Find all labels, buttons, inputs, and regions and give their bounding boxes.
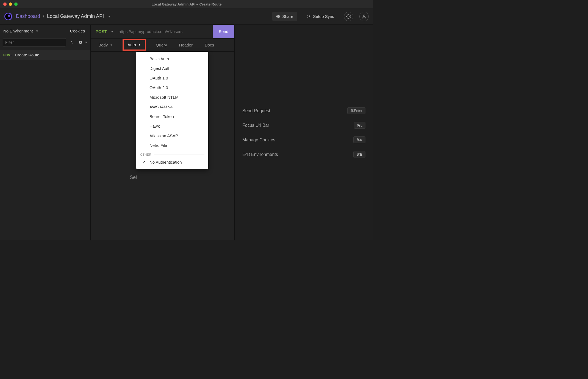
app-header: Dashboard / Local Gateway Admin API ▼ Sh… bbox=[0, 8, 373, 25]
shortcut-focus-url-key: ⌘L bbox=[354, 122, 365, 129]
auth-section-other: OTHER bbox=[136, 150, 208, 157]
auth-option-none[interactable]: No Authentication bbox=[136, 157, 208, 167]
svg-point-1 bbox=[308, 15, 308, 15]
environment-dropdown[interactable]: No Environment ▼ bbox=[3, 29, 38, 33]
account-button[interactable] bbox=[359, 12, 369, 21]
request-list-item[interactable]: POST Create Route bbox=[0, 50, 90, 60]
shortcut-env: Edit Environments ⌘E bbox=[242, 147, 365, 162]
response-pane: Send Request ⌘Enter Focus Url Bar ⌘L Man… bbox=[235, 25, 373, 240]
chevron-down-icon: ▼ bbox=[110, 43, 113, 46]
tab-docs-label: Docs bbox=[205, 43, 214, 47]
breadcrumb: Dashboard / Local Gateway Admin API ▼ bbox=[16, 13, 111, 19]
gear-icon bbox=[346, 14, 351, 19]
shortcut-send: Send Request ⌘Enter bbox=[242, 103, 365, 118]
chevron-down-icon: ▼ bbox=[111, 30, 114, 33]
send-button[interactable]: Send bbox=[213, 25, 234, 38]
chevron-down-icon: ▼ bbox=[138, 43, 141, 46]
tab-query-label: Query bbox=[156, 43, 167, 47]
auth-option-oauth2[interactable]: OAuth 2.0 bbox=[136, 83, 208, 92]
globe-icon bbox=[276, 15, 280, 18]
maximize-icon[interactable] bbox=[14, 2, 18, 6]
svg-point-3 bbox=[310, 15, 310, 16]
shortcut-send-label: Send Request bbox=[242, 108, 270, 113]
chevron-down-icon: ▼ bbox=[85, 41, 88, 44]
settings-button[interactable] bbox=[344, 12, 353, 21]
add-button[interactable]: ▼ bbox=[79, 40, 88, 44]
request-name: Create Route bbox=[15, 53, 39, 57]
tab-body[interactable]: Body ▼ bbox=[96, 40, 115, 50]
close-icon[interactable] bbox=[3, 2, 7, 6]
branch-icon bbox=[307, 15, 311, 18]
share-button[interactable]: Share bbox=[272, 12, 297, 21]
tab-docs[interactable]: Docs bbox=[203, 40, 216, 50]
svg-point-2 bbox=[308, 17, 308, 18]
app-logo-icon[interactable] bbox=[4, 13, 12, 20]
shortcut-env-key: ⌘E bbox=[353, 151, 365, 158]
url-bar: POST ▼ Send bbox=[91, 25, 234, 39]
chevron-down-icon: ▼ bbox=[36, 29, 39, 33]
window-title: Local Gateway Admin API – Create Route bbox=[0, 2, 373, 6]
tab-header[interactable]: Header bbox=[177, 40, 195, 50]
sidebar: No Environment ▼ Cookies ▼ POST Create R… bbox=[0, 25, 91, 240]
request-tabs: Body ▼ Auth ▼ Query Header Docs bbox=[91, 39, 234, 52]
auth-section-other-label: OTHER bbox=[140, 153, 151, 156]
tab-auth[interactable]: Auth ▼ bbox=[123, 39, 146, 51]
share-label: Share bbox=[282, 14, 293, 19]
send-label: Send bbox=[219, 29, 228, 34]
breadcrumb-dashboard[interactable]: Dashboard bbox=[16, 13, 40, 19]
tab-auth-label: Auth bbox=[127, 42, 136, 47]
shortcut-cookies: Manage Cookies ⌘K bbox=[242, 133, 365, 147]
auth-option-digest[interactable]: Digest Auth bbox=[136, 64, 208, 73]
auth-dropdown-menu: Basic Auth Digest Auth OAuth 1.0 OAuth 2… bbox=[136, 52, 208, 169]
user-icon bbox=[362, 14, 367, 19]
method-label: POST bbox=[96, 29, 107, 34]
svg-point-4 bbox=[348, 16, 350, 17]
chevron-down-icon[interactable]: ▼ bbox=[108, 15, 111, 18]
setup-sync-button[interactable]: Setup Sync bbox=[303, 12, 338, 21]
breadcrumb-project[interactable]: Local Gateway Admin API bbox=[47, 13, 104, 19]
divider bbox=[154, 155, 204, 155]
auth-option-netrc[interactable]: Netrc File bbox=[136, 141, 208, 150]
shortcut-env-label: Edit Environments bbox=[242, 152, 278, 157]
window-controls bbox=[0, 2, 18, 6]
shortcut-send-key: ⌘Enter bbox=[347, 107, 365, 114]
url-input[interactable] bbox=[116, 29, 213, 34]
request-pane: POST ▼ Send Body ▼ Auth ▼ Query bbox=[91, 25, 235, 240]
setup-sync-label: Setup Sync bbox=[313, 14, 334, 19]
environment-label: No Environment bbox=[3, 29, 33, 33]
title-bar: Local Gateway Admin API – Create Route bbox=[0, 0, 373, 8]
auth-option-asap[interactable]: Atlassian ASAP bbox=[136, 131, 208, 141]
auth-option-hawk[interactable]: Hawk bbox=[136, 121, 208, 131]
auth-option-oauth1[interactable]: OAuth 1.0 bbox=[136, 73, 208, 83]
minimize-icon[interactable] bbox=[9, 2, 12, 6]
svg-point-5 bbox=[363, 15, 365, 17]
main-split: No Environment ▼ Cookies ▼ POST Create R… bbox=[0, 25, 373, 240]
auth-option-aws[interactable]: AWS IAM v4 bbox=[136, 102, 208, 112]
method-badge: POST bbox=[3, 53, 12, 57]
shortcut-focus-url-label: Focus Url Bar bbox=[242, 123, 269, 128]
shortcut-cookies-label: Manage Cookies bbox=[242, 138, 275, 142]
tab-body-label: Body bbox=[98, 43, 108, 47]
sort-icon[interactable] bbox=[70, 40, 74, 44]
breadcrumb-separator: / bbox=[43, 13, 44, 19]
cookies-button[interactable]: Cookies bbox=[70, 29, 85, 33]
auth-option-basic[interactable]: Basic Auth bbox=[136, 54, 208, 64]
method-dropdown[interactable]: POST ▼ bbox=[91, 29, 116, 34]
auth-option-bearer[interactable]: Bearer Token bbox=[136, 112, 208, 121]
filter-input[interactable] bbox=[3, 38, 66, 46]
tab-header-label: Header bbox=[179, 43, 193, 47]
tab-query[interactable]: Query bbox=[154, 40, 169, 50]
shortcut-cookies-key: ⌘K bbox=[353, 136, 365, 143]
shortcut-focus-url: Focus Url Bar ⌘L bbox=[242, 118, 365, 133]
empty-state-text: Sel bbox=[130, 175, 137, 180]
auth-option-ntlm[interactable]: Microsoft NTLM bbox=[136, 92, 208, 102]
content-area: POST ▼ Send Body ▼ Auth ▼ Query bbox=[91, 25, 373, 240]
